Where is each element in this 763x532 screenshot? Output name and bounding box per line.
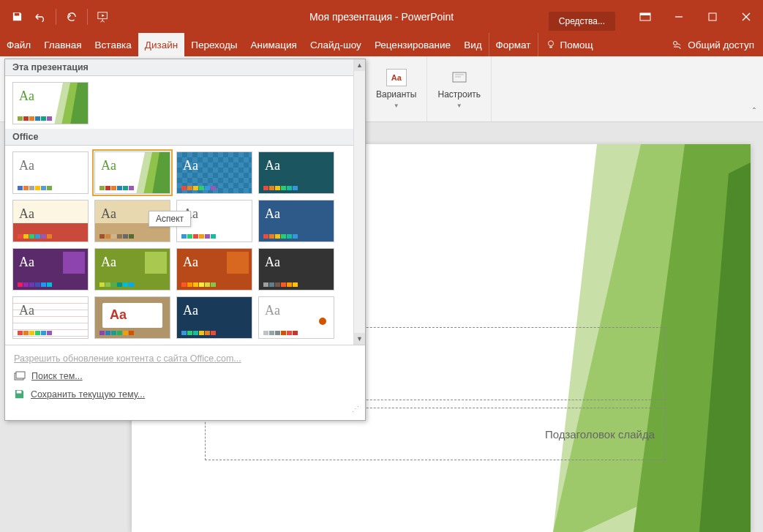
- section-this-presentation: Эта презентация: [5, 59, 365, 76]
- theme-thumbnail[interactable]: Aa: [176, 151, 252, 194]
- redo-icon[interactable]: [61, 6, 83, 28]
- tab-slideshow[interactable]: Слайд-шоу: [304, 33, 368, 56]
- theme-thumbnail[interactable]: Aa: [258, 296, 334, 339]
- save-icon[interactable]: [6, 6, 28, 28]
- save-current-theme[interactable]: Сохранить текущую тему...: [12, 385, 358, 403]
- tab-view[interactable]: Вид: [457, 33, 488, 56]
- tab-design[interactable]: Дизайн: [138, 33, 184, 56]
- tab-home[interactable]: Главная: [37, 33, 88, 56]
- theme-thumbnail[interactable]: Aa: [94, 151, 170, 194]
- svg-point-5: [548, 41, 553, 46]
- close-icon[interactable]: [729, 0, 763, 33]
- tab-file[interactable]: Файл: [0, 33, 37, 56]
- svg-rect-19: [16, 372, 25, 378]
- svg-rect-2: [640, 13, 650, 15]
- tab-format[interactable]: Формат: [489, 33, 538, 56]
- scroll-up-icon[interactable]: ▲: [354, 59, 365, 71]
- search-themes[interactable]: Поиск тем...: [12, 367, 358, 385]
- enable-content-updates: Разрешить обновление контента с сайта Of…: [12, 350, 358, 367]
- theme-thumbnail[interactable]: Aa: [94, 248, 170, 291]
- theme-thumbnail[interactable]: Aa: [258, 151, 334, 194]
- variants-icon: Aа: [386, 69, 407, 86]
- theme-thumbnail[interactable]: Aa: [12, 248, 89, 291]
- maximize-icon[interactable]: [696, 0, 729, 33]
- themes-gallery: Эта презентация Aa Office AaAaAaAaAaAaAa…: [4, 59, 366, 421]
- customize-group[interactable]: Настроить ▼: [427, 56, 492, 121]
- tab-animation[interactable]: Анимация: [244, 33, 304, 56]
- section-office: Office: [5, 129, 365, 146]
- chevron-down-icon: ▼: [394, 102, 399, 109]
- separator: [87, 9, 88, 25]
- undo-icon[interactable]: [29, 6, 51, 28]
- gallery-scrollbar[interactable]: ▲ ▼: [353, 59, 365, 345]
- theme-thumbnail[interactable]: Aa: [258, 200, 334, 242]
- browse-icon: [14, 371, 26, 381]
- minimize-icon[interactable]: [662, 0, 696, 33]
- theme-thumbnail[interactable]: Aa: [258, 248, 334, 291]
- lightbulb-icon: [546, 40, 556, 50]
- tell-me[interactable]: Помощ: [538, 33, 601, 56]
- theme-thumbnail[interactable]: Aa: [12, 296, 89, 339]
- contextual-tools-tab[interactable]: Средства...: [549, 12, 615, 31]
- collapse-ribbon-icon[interactable]: ˆ: [753, 107, 756, 117]
- theme-thumbnail[interactable]: Aa: [94, 296, 170, 339]
- start-slideshow-icon[interactable]: [92, 6, 114, 28]
- resize-grip-icon[interactable]: ⋰: [12, 405, 358, 413]
- theme-thumbnail[interactable]: Aa: [12, 82, 89, 124]
- theme-thumbnail[interactable]: Aa: [176, 296, 252, 339]
- svg-point-6: [674, 42, 677, 45]
- theme-thumbnail[interactable]: Aa: [176, 248, 252, 291]
- theme-tooltip: Аспект: [149, 211, 191, 227]
- window-title: Моя презентация - PowerPoint: [309, 11, 454, 23]
- tab-insert[interactable]: Вставка: [89, 33, 138, 56]
- save-theme-icon: [14, 389, 25, 400]
- theme-thumbnail[interactable]: Aa: [12, 151, 89, 194]
- svg-rect-4: [709, 13, 716, 20]
- tab-review[interactable]: Рецензирование: [368, 33, 457, 56]
- ribbon-options-icon[interactable]: [628, 0, 662, 33]
- tab-transitions[interactable]: Переходы: [184, 33, 244, 56]
- separator: [56, 9, 56, 25]
- share-icon: [672, 40, 683, 50]
- variants-group[interactable]: Aа Варианты ▼: [366, 56, 427, 121]
- scroll-down-icon[interactable]: ▼: [354, 333, 365, 345]
- theme-thumbnail[interactable]: Aa: [12, 200, 89, 242]
- share-button[interactable]: Общий доступ: [663, 33, 763, 56]
- chevron-down-icon: ▼: [456, 102, 462, 109]
- slide-size-icon: [451, 69, 468, 86]
